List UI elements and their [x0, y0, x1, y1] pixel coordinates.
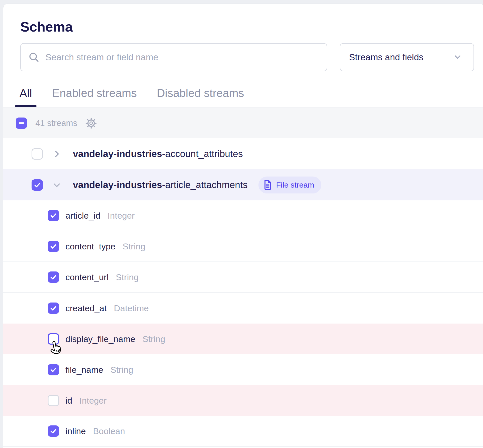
page-title: Schema — [20, 19, 73, 35]
stream-name-prefix: vandelay-industries- — [73, 149, 165, 159]
field-type: String — [123, 241, 146, 251]
field-type: Integer — [108, 211, 135, 221]
file-document-icon — [263, 180, 272, 190]
select-all-bar: 41 streams — [3, 108, 483, 138]
field-row-file-name[interactable]: file_name String — [3, 354, 483, 385]
field-row-content-type[interactable]: content_type String — [3, 231, 483, 262]
field-name: display_file_name — [65, 334, 135, 344]
chevron-down-icon[interactable] — [52, 181, 61, 189]
tab-enabled-streams[interactable]: Enabled streams — [48, 79, 141, 108]
field-checkbox[interactable] — [48, 333, 59, 345]
field-name: created_at — [65, 303, 107, 313]
stream-count: 41 streams — [35, 118, 77, 128]
tab-all[interactable]: All — [15, 79, 36, 108]
stream-name: vandelay-industries-article_attachments — [73, 180, 248, 190]
stream-name: vandelay-industries-account_attributes — [73, 149, 243, 159]
field-row-inline[interactable]: inline Boolean — [3, 416, 483, 447]
field-row-content-url[interactable]: content_url String — [3, 262, 483, 293]
tab-disabled-streams[interactable]: Disabled streams — [152, 79, 248, 108]
field-type: String — [142, 334, 165, 344]
stream-checkbox[interactable] — [32, 179, 43, 191]
controls-row: Streams and fields — [3, 43, 483, 71]
field-checkbox[interactable] — [48, 210, 59, 221]
field-name: id — [65, 396, 72, 406]
stream-name-suffix: article_attachments — [165, 180, 248, 190]
file-stream-badge: File stream — [258, 177, 321, 193]
field-type: Integer — [79, 396, 107, 406]
view-mode-value: Streams and fields — [349, 52, 423, 62]
field-row-created-at[interactable]: created_at Datetime — [3, 293, 483, 324]
badge-label: File stream — [276, 181, 314, 189]
field-row-display-file-name[interactable]: display_file_name String — [3, 324, 483, 354]
field-checkbox[interactable] — [48, 303, 59, 314]
field-type: Datetime — [114, 303, 149, 313]
field-checkbox[interactable] — [48, 241, 59, 252]
field-name: content_type — [65, 241, 115, 251]
indeterminate-dash-icon — [19, 122, 24, 124]
field-checkbox[interactable] — [48, 425, 59, 437]
search-icon — [28, 51, 40, 63]
field-type: Boolean — [93, 426, 125, 436]
chevron-down-icon — [453, 54, 462, 60]
stream-row-article-attachments[interactable]: vandelay-industries-article_attachments … — [3, 169, 483, 200]
stream-name-suffix: account_attributes — [165, 149, 243, 159]
search-input[interactable] — [45, 52, 321, 63]
field-checkbox[interactable] — [48, 271, 59, 283]
field-row-id[interactable]: id Integer — [3, 385, 483, 416]
stream-name-prefix: vandelay-industries- — [73, 180, 165, 190]
gear-icon[interactable] — [85, 117, 97, 129]
schema-rows: vandelay-industries-account_attributes v… — [3, 138, 483, 447]
select-all-checkbox[interactable] — [16, 118, 27, 129]
field-checkbox[interactable] — [48, 395, 59, 406]
stream-filter-tabs: All Enabled streams Disabled streams — [3, 79, 483, 108]
view-mode-dropdown[interactable]: Streams and fields — [340, 43, 474, 71]
stream-checkbox[interactable] — [32, 148, 43, 160]
field-name: file_name — [65, 365, 103, 375]
field-type: String — [110, 365, 133, 375]
search-box[interactable] — [20, 43, 327, 71]
schema-card: Schema Streams and fields All Enabled st… — [3, 4, 483, 448]
field-name: article_id — [65, 211, 100, 221]
chevron-right-icon[interactable] — [52, 150, 61, 158]
field-checkbox[interactable] — [48, 364, 59, 375]
stream-row-account-attributes[interactable]: vandelay-industries-account_attributes — [3, 138, 483, 169]
field-name: inline — [65, 426, 86, 436]
field-row-article-id[interactable]: article_id Integer — [3, 200, 483, 231]
field-type: String — [116, 272, 139, 282]
field-name: content_url — [65, 272, 109, 282]
